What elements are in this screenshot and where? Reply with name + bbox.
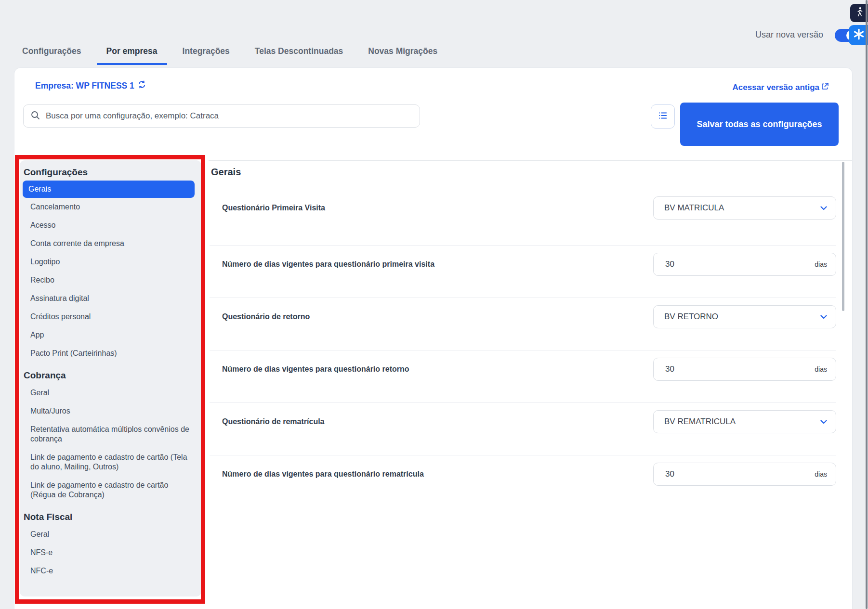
tab-por-empresa[interactable]: Por empresa	[97, 46, 167, 65]
sync-arrows-icon	[138, 80, 146, 91]
page-scrollbar[interactable]	[866, 0, 868, 609]
sidebar-item-conta-corrente-da-empresa[interactable]: Conta corrente da empresa	[23, 234, 195, 253]
sidebar-section-nota-fiscal: Nota FiscalGeralNFS-eNFC-e	[23, 512, 195, 580]
sidebar-section-heading: Cobrança	[24, 370, 195, 381]
setting-label: Questionário de retorno	[222, 312, 310, 321]
questionario-retorno-select[interactable]: BV RETORNO	[653, 305, 836, 328]
sidebar-item-app[interactable]: App	[23, 326, 195, 344]
new-version-toggle-label: Usar nova versão	[755, 30, 823, 40]
sidebar-item-cancelamento[interactable]: Cancelamento	[23, 198, 195, 216]
company-label: Empresa: WP FITNESS 1	[35, 81, 134, 91]
sidebar-section-heading: Nota Fiscal	[24, 512, 195, 522]
dias-questionario-retorno-input-wrap: dias	[653, 358, 836, 381]
chevron-down-icon	[820, 417, 827, 426]
list-icon	[658, 110, 668, 123]
external-link-icon	[821, 82, 829, 92]
tab-configuracoes[interactable]: Configurações	[13, 46, 91, 65]
settings-card: Empresa: WP FITNESS 1 Acessar versão ant…	[14, 67, 853, 609]
setting-label: Número de dias vigentes para questionári…	[222, 470, 424, 479]
selected-value: BV REMATRICULA	[664, 417, 736, 427]
sidebar-item-nfs-e[interactable]: NFS-e	[23, 544, 195, 562]
sidebar-item-link-de-pagamento-e-cadastro-de-cartao-tela-do-aluno-mailing-outros[interactable]: Link de pagamento e cadastro de cartão (…	[23, 448, 195, 476]
sidebar-item-gerais[interactable]: Gerais	[23, 181, 195, 198]
tab-integracoes[interactable]: Integrações	[173, 46, 239, 65]
sidebar-item-assinatura-digital[interactable]: Assinatura digital	[23, 289, 195, 308]
setting-row: Questionário Primeira VisitaBV MATRICULA	[210, 179, 836, 245]
settings-rows: Questionário Primeira VisitaBV MATRICULA…	[210, 179, 836, 507]
dias-questionario-primeira-visita-input[interactable]	[664, 259, 763, 270]
settings-search	[23, 104, 420, 128]
sidebar-item-recibo[interactable]: Recibo	[23, 271, 195, 289]
setting-row: Questionário de retornoBV RETORNO	[210, 298, 836, 350]
sidebar-item-logotipo[interactable]: Logotipo	[23, 253, 195, 271]
sidebar-item-creditos-personal[interactable]: Créditos personal	[23, 308, 195, 326]
tab-telas-descontinuadas[interactable]: Telas Descontinuadas	[245, 46, 353, 65]
questionario-primeira-visita-select[interactable]: BV MATRICULA	[653, 196, 836, 220]
unit-suffix: dias	[815, 470, 827, 478]
selected-value: BV MATRICULA	[664, 203, 724, 213]
old-version-link[interactable]: Acessar versão antiga	[733, 82, 829, 92]
tab-bar: ConfiguraçõesPor empresaIntegraçõesTelas…	[13, 46, 447, 65]
tab-novas-migracoes[interactable]: Novas Migrações	[358, 46, 447, 65]
sidebar-item-geral[interactable]: Geral	[23, 384, 195, 402]
sidebar-item-retentativa-automatica-multiplos-convenios-de-cobranca[interactable]: Retentativa automática múltiplos convêni…	[23, 420, 195, 448]
section-heading: Gerais	[211, 167, 836, 179]
chevron-down-icon	[820, 204, 827, 212]
dias-questionario-primeira-visita-input-wrap: dias	[653, 253, 836, 276]
dias-questionario-retorno-input[interactable]	[664, 364, 763, 375]
sidebar-item-acesso[interactable]: Acesso	[23, 216, 195, 234]
sidebar-section-cobranca: CobrançaGeralMulta/JurosRetentativa auto…	[23, 370, 195, 504]
sidebar-section-heading: Configurações	[24, 167, 195, 178]
setting-row: Número de dias vigentes para questionári…	[210, 455, 836, 507]
setting-label: Questionário de rematrícula	[222, 417, 325, 426]
setting-label: Número de dias vigentes para questionári…	[222, 365, 409, 374]
settings-sidebar: ConfiguraçõesGeraisCancelamentoAcessoCon…	[20, 160, 201, 596]
sidebar-section-configuracoes: ConfiguraçõesGeraisCancelamentoAcessoCon…	[23, 167, 195, 363]
openai-swirl-icon	[853, 28, 865, 42]
setting-label: Número de dias vigentes para questionári…	[222, 260, 434, 269]
company-selector-link[interactable]: Empresa: WP FITNESS 1	[35, 80, 146, 91]
setting-row: Questionário de rematrículaBV REMATRICUL…	[210, 402, 836, 455]
save-all-button[interactable]: Salvar todas as configurações	[680, 103, 839, 146]
setting-row: Número de dias vigentes para questionári…	[210, 350, 836, 402]
settings-page: ConfiguraçõesPor empresaIntegraçõesTelas…	[0, 0, 868, 609]
sidebar-item-link-de-pagamento-e-cadastro-de-cartao-regua-de-cobranca[interactable]: Link de pagamento e cadastro de cartão (…	[23, 476, 195, 504]
dias-questionario-rematricula-input[interactable]	[664, 469, 763, 479]
sidebar-item-pacto-print-carteirinhas[interactable]: Pacto Print (Carteirinhas)	[23, 344, 195, 363]
sidebar-item-nfc-e[interactable]: NFC-e	[23, 562, 195, 580]
dias-questionario-rematricula-input-wrap: dias	[653, 463, 836, 486]
search-input[interactable]	[45, 111, 413, 121]
unit-suffix: dias	[815, 365, 827, 373]
old-version-link-label: Acessar versão antiga	[733, 83, 820, 92]
assistant-button[interactable]	[849, 25, 868, 45]
questionario-rematricula-select[interactable]: BV REMATRICULA	[653, 410, 836, 433]
setting-row: Número de dias vigentes para questionári…	[210, 245, 836, 298]
selected-value: BV RETORNO	[664, 312, 718, 322]
chevron-down-icon	[820, 312, 827, 321]
sidebar-item-geral[interactable]: Geral	[23, 525, 195, 544]
setting-label: Questionário Primeira Visita	[222, 204, 325, 212]
content-scrollbar[interactable]	[842, 162, 844, 311]
unit-suffix: dias	[815, 260, 827, 268]
list-view-button[interactable]	[651, 104, 675, 129]
sidebar-item-multa-juros[interactable]: Multa/Juros	[23, 402, 195, 420]
walking-person-icon	[855, 6, 864, 20]
settings-content: Gerais Questionário Primeira VisitaBV MA…	[209, 160, 852, 609]
search-icon	[30, 110, 40, 122]
